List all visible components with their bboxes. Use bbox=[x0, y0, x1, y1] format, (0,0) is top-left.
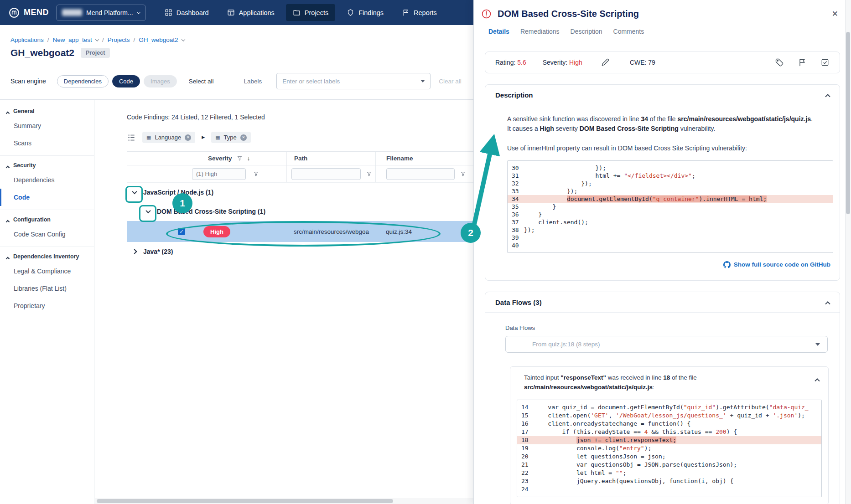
description-title: Description bbox=[495, 91, 533, 99]
breadcrumb-applications[interactable]: Applications bbox=[10, 36, 44, 43]
sidebar-item-summary[interactable]: Summary bbox=[0, 117, 94, 134]
sort-descending-icon[interactable]: ↓ bbox=[247, 154, 250, 162]
group-chip-language[interactable]: ▦ Language ✕ bbox=[142, 132, 195, 143]
breadcrumb-projects[interactable]: Projects bbox=[108, 36, 130, 43]
sidebar-item-legal-compliance[interactable]: Legal & Compliance bbox=[0, 262, 94, 280]
nav-findings[interactable]: Findings bbox=[340, 4, 390, 21]
code-line: 38}); bbox=[508, 226, 833, 234]
tab-description[interactable]: Description bbox=[571, 28, 602, 35]
nav-applications[interactable]: Applications bbox=[220, 4, 281, 21]
code-line: 20 let questionsJson = json; bbox=[517, 453, 821, 461]
description-card: Description A sensitive sink function wa… bbox=[485, 84, 840, 281]
tag-icon[interactable] bbox=[775, 58, 784, 67]
cwe-label: CWE: bbox=[630, 59, 647, 66]
path-filter-input[interactable] bbox=[291, 168, 361, 180]
group-row-dom-based-xss[interactable]: DOM Based Cross-Site Scripting (1) bbox=[127, 202, 473, 221]
edit-severity-pencil-icon[interactable] bbox=[601, 58, 610, 67]
sidebar-section-dependencies-inventory-header[interactable]: Dependencies Inventory bbox=[0, 250, 94, 262]
expand-group-icon[interactable] bbox=[130, 247, 140, 257]
select-all-link[interactable]: Select all bbox=[189, 78, 214, 85]
collapse-group-icon[interactable] bbox=[143, 206, 153, 216]
table-filter-row bbox=[127, 165, 473, 183]
mend-logo[interactable]: MEND bbox=[8, 7, 49, 19]
code-line: 35 } bbox=[508, 203, 833, 211]
description-card-header: Description bbox=[485, 85, 840, 105]
collapse-step-icon[interactable] bbox=[815, 375, 819, 392]
nav-projects[interactable]: Projects bbox=[286, 4, 335, 21]
tab-comments[interactable]: Comments bbox=[613, 28, 644, 35]
path-column-header[interactable]: Path bbox=[294, 155, 307, 162]
data-flow-select[interactable]: From quiz.js:18 (8 steps) bbox=[505, 336, 828, 353]
github-link-row: Show full source code on GitHub bbox=[507, 260, 833, 269]
sidebar-item-proprietary[interactable]: Proprietary bbox=[0, 297, 94, 314]
tab-details[interactable]: Details bbox=[488, 28, 509, 35]
sidebar-section-security-header[interactable]: Security bbox=[0, 159, 94, 171]
page-title: GH_webgoat2 bbox=[10, 47, 74, 58]
nav-dashboard[interactable]: Dashboard bbox=[158, 4, 216, 21]
group-chip-type[interactable]: ▦ Type ✕ bbox=[211, 132, 251, 143]
github-source-link[interactable]: Show full source code on GitHub bbox=[734, 260, 830, 269]
path-filter-funnel-icon[interactable] bbox=[366, 171, 372, 177]
chevron-up-icon bbox=[6, 257, 10, 260]
flag-icon[interactable] bbox=[798, 58, 807, 67]
remove-language-chip-icon[interactable]: ✕ bbox=[185, 134, 191, 141]
filename-filter-input[interactable] bbox=[386, 168, 455, 180]
sidebar-item-scans[interactable]: Scans bbox=[0, 134, 94, 152]
close-panel-icon[interactable]: ✕ bbox=[828, 8, 842, 20]
code-line: 14 var quiz_id = document.getElementById… bbox=[517, 403, 821, 411]
row-checkbox-checked[interactable]: ✓ bbox=[178, 228, 185, 235]
engine-pill-dependencies[interactable]: Dependencies bbox=[57, 75, 109, 87]
remove-type-chip-icon[interactable]: ✕ bbox=[240, 134, 247, 141]
chevron-down-icon bbox=[815, 343, 820, 346]
collapse-description-icon[interactable] bbox=[826, 91, 830, 99]
sidebar-item-code-scan-config[interactable]: Code Scan Config bbox=[0, 226, 94, 243]
finding-row-selected[interactable]: ✓ High src/main/resources/webgoa quiz.js… bbox=[127, 221, 473, 242]
nav-reports[interactable]: Reports bbox=[395, 4, 444, 21]
severity-filter-icon[interactable] bbox=[237, 155, 243, 161]
tainted-step-text: Tainted input "responseText" was receive… bbox=[524, 373, 697, 392]
sidebar-section-title: General bbox=[13, 108, 35, 114]
collapse-data-flows-icon[interactable] bbox=[826, 298, 830, 306]
horizontal-scrollbar-thumb[interactable] bbox=[97, 499, 393, 503]
sidebar-item-libraries-flat-list[interactable]: Libraries (Flat List) bbox=[0, 280, 94, 297]
code-line: 22 let html = ""; bbox=[517, 469, 821, 477]
breadcrumb-new-app-test[interactable]: New_app_test bbox=[53, 36, 92, 43]
sidebar-section-configuration-header[interactable]: Configuration bbox=[0, 213, 94, 226]
clear-all-link[interactable]: Clear all bbox=[439, 78, 462, 85]
chevron-up-icon bbox=[6, 165, 10, 169]
findings-main: Code Findings: 24 Listed, 12 Filtered, 1… bbox=[95, 100, 473, 504]
vertical-scrollbar-thumb[interactable] bbox=[846, 32, 850, 214]
resolve-checkbox-icon[interactable] bbox=[820, 58, 830, 67]
engine-pill-code[interactable]: Code bbox=[112, 75, 140, 87]
severity-column-header[interactable]: Severity bbox=[208, 155, 232, 162]
sidebar-section-title: Configuration bbox=[13, 216, 51, 223]
applications-icon bbox=[227, 9, 235, 16]
chevron-down-icon[interactable] bbox=[420, 80, 425, 82]
group-row-java[interactable]: Java* (23) bbox=[127, 242, 473, 261]
sidebar-section-title: Dependencies Inventory bbox=[13, 253, 79, 260]
filename-column-header[interactable]: Filename bbox=[386, 155, 413, 162]
group-row-javascript-nodejs[interactable]: JavaScript / Node.js (1) bbox=[127, 183, 473, 202]
chevron-down-icon[interactable] bbox=[181, 37, 185, 41]
horizontal-scrollbar[interactable] bbox=[95, 498, 473, 504]
sidebar-item-dependencies[interactable]: Dependencies bbox=[0, 171, 94, 189]
breadcrumb-gh-webgoat2[interactable]: GH_webgoat2 bbox=[139, 36, 178, 43]
chevron-down-icon[interactable] bbox=[95, 37, 99, 41]
finding-action-icons bbox=[775, 58, 830, 67]
sidebar-item-code[interactable]: Code bbox=[0, 189, 94, 206]
sidebar-section-general-header[interactable]: General bbox=[0, 104, 94, 117]
severity-filter-input[interactable] bbox=[192, 168, 246, 180]
view-settings-icon[interactable] bbox=[127, 133, 136, 142]
labels-input[interactable] bbox=[276, 73, 431, 89]
tab-remediations[interactable]: Remediations bbox=[520, 28, 560, 35]
grid-icon: ▦ bbox=[146, 135, 151, 140]
sidebar-section-title: Security bbox=[13, 162, 36, 169]
code-line: 17 if (this.readyState == 4 && this.stat… bbox=[517, 428, 821, 436]
org-selector-dropdown[interactable]: Mend Platform... bbox=[56, 5, 146, 21]
finding-info-card: Rating: 5.6 Severity: High CWE: 79 bbox=[485, 51, 840, 73]
severity-filter-funnel-icon[interactable] bbox=[253, 171, 259, 177]
breadcrumb-separator: / bbox=[102, 36, 104, 43]
vertical-scrollbar[interactable] bbox=[845, 0, 851, 504]
collapse-group-icon[interactable] bbox=[130, 187, 140, 197]
filename-filter-funnel-icon[interactable] bbox=[460, 171, 466, 177]
